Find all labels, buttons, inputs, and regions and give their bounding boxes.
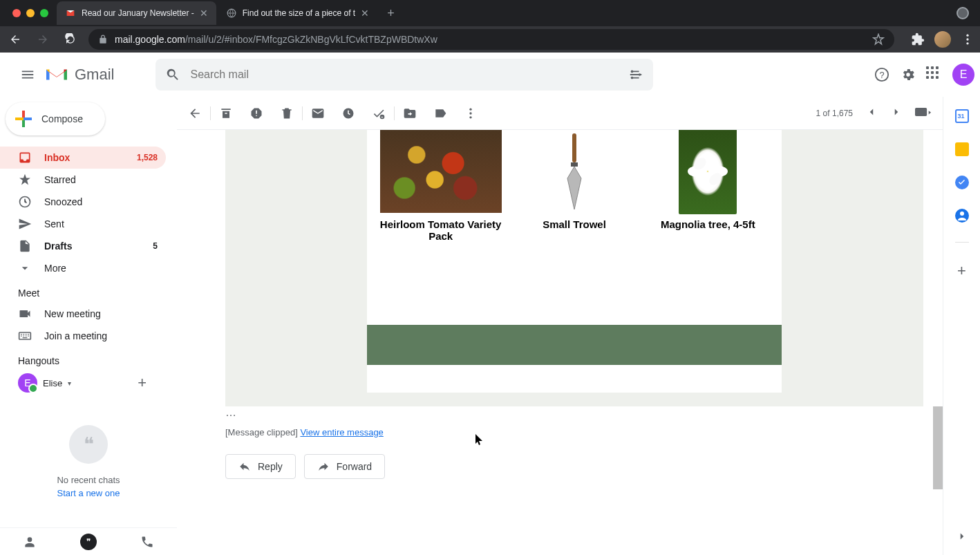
contacts-tab-icon[interactable] (0, 535, 59, 549)
search-box[interactable] (156, 59, 653, 91)
more-actions-button[interactable] (464, 106, 478, 120)
labels-button[interactable] (433, 106, 447, 120)
minimize-window-button[interactable] (26, 9, 35, 17)
mouse-cursor-icon (475, 434, 484, 446)
user-avatar-icon: E (18, 373, 37, 393)
incognito-profile-icon[interactable] (957, 7, 969, 19)
back-to-inbox-button[interactable] (188, 106, 202, 120)
account-avatar[interactable]: E (952, 64, 974, 86)
reload-button[interactable] (61, 30, 80, 49)
nav-label: Sent (44, 218, 64, 229)
mark-unread-button[interactable] (311, 106, 325, 120)
sidebar-item-sent[interactable]: Sent (0, 213, 166, 235)
compose-button[interactable]: Compose (6, 102, 105, 135)
chevron-down-icon (18, 261, 32, 275)
forward-button[interactable] (33, 30, 53, 49)
product-name: Heirloom Tomato Variety Pack (375, 218, 507, 242)
new-tab-button[interactable]: + (379, 6, 403, 21)
product-card[interactable]: Magnolia tree, 4-5ft (642, 130, 773, 242)
nav-label: Starred (44, 174, 76, 185)
settings-icon[interactable] (900, 66, 916, 83)
search-icon (165, 67, 180, 82)
tab-bar: Read our January Newsletter - ✕ Find out… (0, 0, 980, 26)
close-tab-icon[interactable]: ✕ (361, 8, 369, 19)
dropdown-caret-icon[interactable]: ▾ (68, 379, 71, 387)
next-message-button[interactable] (890, 106, 903, 120)
browser-tab-active[interactable]: Read our January Newsletter - ✕ (57, 1, 216, 25)
search-input[interactable] (190, 68, 619, 81)
header-right: ? E (874, 64, 974, 86)
compose-plus-icon (15, 111, 32, 127)
delete-button[interactable] (280, 106, 294, 120)
show-trimmed-button[interactable]: … (177, 406, 943, 419)
sidebar-item-starred[interactable]: Starred (0, 169, 166, 191)
back-button[interactable] (6, 30, 25, 49)
email-outer-bg: Heirloom Tomato Variety Pack Small Trowe… (225, 130, 923, 406)
google-apps-icon[interactable] (926, 66, 943, 83)
email-footer-spacer (367, 365, 782, 393)
product-card[interactable]: Small Trowel (509, 130, 640, 242)
gmail-logo[interactable]: Gmail (44, 65, 114, 84)
close-window-button[interactable] (12, 9, 21, 17)
view-entire-message-link[interactable]: View entire message (300, 427, 383, 438)
start-chat-link[interactable]: Start a new one (57, 488, 120, 498)
star-icon[interactable] (872, 33, 885, 46)
chat-bottom-tabs: ❞ (0, 527, 177, 555)
close-tab-icon[interactable]: ✕ (200, 8, 208, 19)
svg-point-6 (631, 77, 634, 79)
hangouts-user-row[interactable]: E Elise ▾ + (0, 370, 177, 395)
collapse-panel-button[interactable] (956, 530, 968, 545)
side-panel: + (943, 97, 980, 555)
sidebar-item-snoozed[interactable]: Snoozed (0, 191, 166, 213)
profile-avatar-icon[interactable] (934, 31, 951, 48)
forward-icon (317, 460, 330, 473)
product-image-magnolia (666, 130, 749, 213)
prev-message-button[interactable] (865, 106, 878, 120)
product-image-trowel (533, 130, 616, 213)
scrollbar-thumb[interactable] (933, 406, 943, 489)
maximize-window-button[interactable] (40, 9, 48, 17)
globe-favicon-icon (226, 8, 237, 19)
product-card[interactable]: Heirloom Tomato Variety Pack (375, 130, 507, 242)
archive-button[interactable] (219, 106, 233, 120)
hangouts-username: Elise (43, 378, 62, 388)
add-task-button[interactable]: + (372, 106, 386, 120)
gmail-logo-icon (44, 65, 69, 84)
sidebar-item-join-meeting[interactable]: Join a meeting (0, 325, 166, 347)
svg-text:+: + (381, 114, 384, 118)
sidebar-item-drafts[interactable]: Drafts 5 (0, 235, 166, 257)
support-icon[interactable]: ? (874, 66, 890, 83)
search-options-icon[interactable] (628, 67, 643, 82)
window-controls (4, 9, 57, 17)
email-toolbar: + 1 of 1,675 (177, 97, 943, 130)
menu-dots-icon[interactable] (961, 32, 974, 46)
snooze-button[interactable] (341, 106, 355, 120)
tasks-addon-icon[interactable] (955, 176, 969, 189)
move-to-button[interactable] (403, 106, 417, 120)
browser-tab[interactable]: Find out the size of a piece of t ✕ (218, 1, 377, 25)
main-menu-button[interactable] (11, 58, 44, 91)
nav-label: Drafts (44, 241, 72, 252)
url-field[interactable]: mail.google.com/mail/u/2/#inbox/FMfcgzGk… (88, 29, 894, 50)
new-chat-button[interactable]: + (138, 374, 159, 392)
inbox-icon (18, 151, 32, 164)
hangouts-tab-icon[interactable]: ❞ (59, 534, 117, 550)
calendar-addon-icon[interactable] (955, 109, 969, 123)
phone-tab-icon[interactable] (118, 535, 177, 549)
contacts-addon-icon[interactable] (955, 209, 969, 223)
sidebar-item-inbox[interactable]: Inbox 1,528 (0, 147, 166, 169)
email-content: Heirloom Tomato Variety Pack Small Trowe… (367, 130, 782, 393)
get-addons-button[interactable]: + (957, 262, 966, 280)
email-body: Heirloom Tomato Variety Pack Small Trowe… (177, 130, 943, 555)
chat-empty-state: ❝ No recent chats Start a new one (0, 395, 177, 527)
sidebar-item-new-meeting[interactable]: New meeting (0, 303, 166, 325)
extensions-icon[interactable] (911, 32, 925, 46)
report-spam-button[interactable] (249, 106, 263, 120)
sidebar-item-more[interactable]: More (0, 257, 166, 279)
keep-addon-icon[interactable] (955, 142, 969, 156)
lock-icon (98, 35, 108, 44)
forward-button[interactable]: Forward (304, 454, 385, 479)
panel-divider (955, 242, 969, 243)
input-tools-button[interactable] (915, 106, 932, 120)
reply-button[interactable]: Reply (225, 454, 296, 479)
